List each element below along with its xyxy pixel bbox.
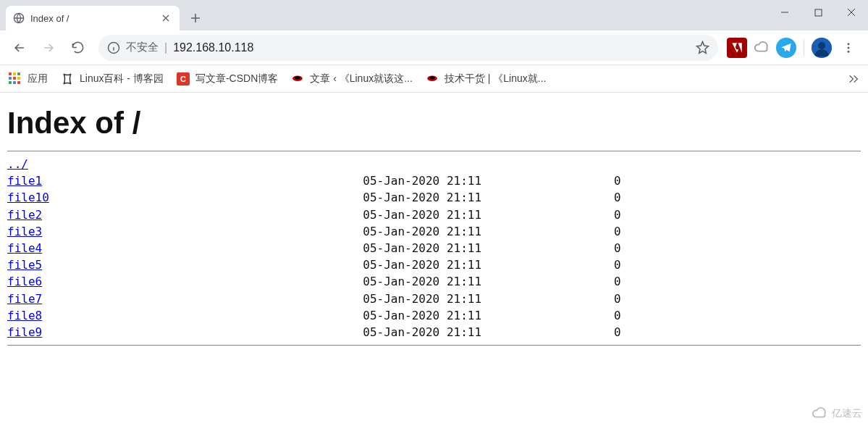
bookmark-label: 技术干货 | 《Linux就...: [444, 72, 547, 85]
page-content: Index of / ../ file1 05-Jan-2020 21:11 0…: [0, 93, 868, 359]
window-minimize-button[interactable]: [768, 0, 801, 25]
window-close-button[interactable]: [835, 0, 868, 25]
svg-point-5: [848, 43, 850, 45]
svg-point-9: [295, 76, 301, 80]
site-icon: [61, 72, 74, 85]
bookmark-label: 写文章-CSDN博客: [195, 72, 278, 85]
profile-avatar[interactable]: [812, 38, 832, 58]
extension-telegram-icon[interactable]: [776, 38, 796, 58]
tab-close-button[interactable]: [159, 12, 172, 25]
watermark: 亿速云: [812, 406, 862, 422]
back-button[interactable]: [7, 36, 32, 60]
bookmarks-bar: 应用 Linux百科 - 博客园C写文章-CSDN博客文章 ‹ 《Linux就该…: [0, 65, 868, 93]
horizontal-rule: [7, 345, 861, 346]
info-icon[interactable]: [107, 41, 120, 54]
address-bar[interactable]: 不安全 | 192.168.10.118: [98, 35, 718, 61]
globe-icon: [13, 12, 25, 24]
page-heading: Index of /: [7, 106, 861, 141]
bookmark-item[interactable]: 技术干货 | 《Linux就...: [426, 72, 547, 85]
file-link[interactable]: file4: [7, 241, 42, 255]
bookmark-item[interactable]: 文章 ‹ 《Linux就该这...: [291, 72, 413, 85]
reload-button[interactable]: [65, 36, 90, 60]
toolbar-separator: [804, 40, 804, 56]
separator: |: [164, 41, 167, 54]
bookmark-star-icon[interactable]: [696, 41, 709, 54]
bookmark-label: Linux百科 - 博客园: [80, 72, 164, 85]
browser-menu-button[interactable]: [836, 36, 861, 60]
file-link[interactable]: file2: [7, 208, 42, 222]
browser-tab[interactable]: Index of /: [6, 6, 180, 30]
extension-cloud-icon[interactable]: [751, 38, 772, 58]
browser-toolbar: 不安全 | 192.168.10.118: [0, 30, 868, 65]
security-status-label: 不安全: [126, 41, 159, 54]
svg-point-4: [818, 42, 825, 49]
bookmark-item[interactable]: Linux百科 - 博客园: [61, 72, 164, 85]
file-link[interactable]: file6: [7, 275, 42, 288]
file-link[interactable]: file5: [7, 258, 42, 272]
bookmark-label: 应用: [28, 72, 48, 85]
window-maximize-button[interactable]: [801, 0, 835, 25]
file-link[interactable]: file3: [7, 225, 42, 238]
file-link[interactable]: file10: [7, 191, 49, 204]
tab-title: Index of /: [30, 13, 153, 24]
parent-dir-link[interactable]: ../: [7, 157, 28, 171]
bookmark-item[interactable]: C写文章-CSDN博客: [177, 72, 278, 85]
horizontal-rule: [7, 151, 861, 151]
apps-grid-icon: [9, 72, 22, 85]
csdn-icon: C: [177, 72, 190, 85]
redhat-icon: [426, 72, 439, 85]
file-link[interactable]: file1: [7, 174, 42, 188]
svg-rect-1: [815, 9, 822, 16]
extension-adobe-icon[interactable]: [727, 38, 747, 58]
forward-button[interactable]: [36, 36, 61, 60]
file-link[interactable]: file8: [7, 309, 42, 322]
watermark-text: 亿速云: [832, 407, 862, 420]
window-controls: [768, 0, 868, 25]
redhat-icon: [291, 72, 304, 85]
directory-listing: ../ file1 05-Jan-2020 21:11 0 file10 05-…: [7, 156, 861, 341]
bookmark-apps[interactable]: 应用: [9, 72, 48, 85]
file-link[interactable]: file7: [7, 292, 42, 306]
new-tab-button[interactable]: [185, 8, 206, 28]
svg-point-11: [429, 76, 435, 80]
file-link[interactable]: file9: [7, 325, 42, 339]
bookmark-label: 文章 ‹ 《Linux就该这...: [310, 72, 413, 85]
url-text: 192.168.10.118: [173, 41, 690, 54]
svg-point-7: [848, 50, 850, 52]
tab-strip: Index of /: [0, 0, 868, 30]
svg-point-6: [848, 46, 850, 49]
bookmarks-overflow-button[interactable]: [848, 73, 859, 85]
